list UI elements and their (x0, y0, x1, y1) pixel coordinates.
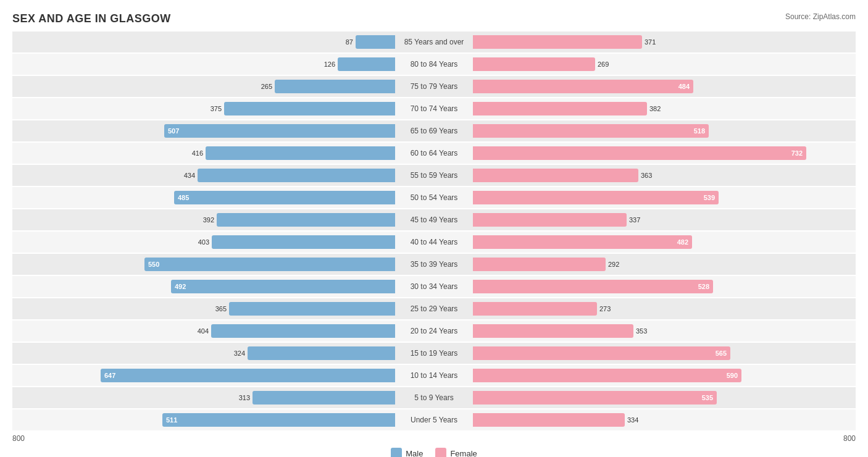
legend-row: Male Female (12, 448, 856, 457)
male-value-outside: 265 (261, 83, 272, 90)
female-bar: 269 (473, 57, 595, 71)
female-value-outside: 353 (636, 327, 647, 335)
female-value-outside: 334 (627, 416, 638, 424)
female-label: Female (450, 449, 477, 458)
male-bar: 507 (164, 124, 395, 138)
right-section: 334 (473, 409, 856, 430)
bar-row: 40340 to 44 Years482 (12, 232, 856, 253)
right-section: 732 (473, 143, 856, 164)
bar-row: 41660 to 64 Years732 (12, 143, 856, 164)
male-bar: 492 (171, 280, 395, 293)
male-bar: 126 (338, 57, 395, 71)
right-section: 269 (473, 54, 856, 75)
axis-left-value: 800 (12, 434, 25, 443)
bar-row: 49230 to 34 Years528 (12, 276, 856, 297)
male-bar: 416 (206, 146, 395, 160)
female-value-inside: 590 (727, 372, 738, 379)
age-label: 60 to 64 Years (395, 149, 473, 157)
female-value-outside: 371 (645, 38, 656, 46)
right-section: 292 (473, 254, 856, 275)
male-value-inside: 511 (166, 416, 177, 424)
bar-row: 511Under 5 Years334 (12, 409, 856, 430)
male-bar: 365 (229, 302, 395, 316)
right-section: 484 (473, 76, 856, 97)
female-swatch (435, 448, 446, 457)
right-section: 535 (473, 387, 856, 408)
right-section: 539 (473, 187, 856, 208)
male-value-inside: 647 (104, 372, 115, 379)
male-bar: 434 (198, 169, 395, 182)
female-value-outside: 382 (649, 105, 661, 112)
male-value-outside: 434 (184, 172, 195, 179)
left-section: 647 (12, 365, 395, 386)
right-section: 528 (473, 276, 856, 297)
female-value-outside: 273 (599, 305, 611, 312)
chart-title: SEX AND AGE IN GLASGOW (12, 12, 856, 25)
male-value-outside: 392 (203, 216, 214, 224)
left-section: 392 (12, 209, 395, 230)
male-bar: 375 (224, 102, 395, 115)
right-section: 565 (473, 343, 856, 364)
female-value-outside: 337 (629, 216, 640, 224)
male-bar: 511 (162, 413, 395, 427)
bar-row: 8785 Years and over371 (12, 31, 856, 52)
male-value-outside: 404 (198, 327, 209, 335)
axis-right: 800 (473, 434, 856, 443)
bar-row: 12680 to 84 Years269 (12, 54, 856, 75)
female-bar: 337 (473, 213, 627, 227)
left-section: 434 (12, 165, 395, 186)
age-label: 70 to 74 Years (395, 104, 473, 113)
age-label: 10 to 14 Years (395, 371, 473, 380)
bar-row: 36525 to 29 Years273 (12, 298, 856, 319)
age-label: 20 to 24 Years (395, 327, 473, 335)
left-section: 126 (12, 54, 395, 75)
female-value-inside: 528 (698, 283, 709, 290)
right-section: 337 (473, 209, 856, 230)
bar-row: 55035 to 39 Years292 (12, 254, 856, 275)
male-value-outside: 416 (192, 149, 203, 157)
bar-row: 37570 to 74 Years382 (12, 98, 856, 119)
left-section: 404 (12, 321, 395, 342)
male-value-outside: 87 (346, 38, 353, 46)
female-bar: 382 (473, 102, 647, 115)
age-label: 50 to 54 Years (395, 193, 473, 202)
age-label: 30 to 34 Years (395, 282, 473, 291)
female-bar: 535 (473, 391, 717, 405)
age-label: 35 to 39 Years (395, 260, 473, 269)
female-bar: 292 (473, 258, 606, 271)
male-value-inside: 492 (175, 283, 186, 290)
female-bar: 528 (473, 280, 713, 293)
bar-row: 39245 to 49 Years337 (12, 209, 856, 230)
female-bar: 482 (473, 235, 692, 249)
age-label: Under 5 Years (395, 416, 473, 424)
bar-row: 40420 to 24 Years353 (12, 321, 856, 342)
chart-area: 8785 Years and over37112680 to 84 Years2… (12, 31, 856, 430)
female-bar: 484 (473, 80, 693, 93)
female-value-inside: 482 (677, 238, 688, 246)
age-label: 80 to 84 Years (395, 60, 473, 69)
source-text: Source: ZipAtlas.com (785, 12, 856, 21)
age-label: 40 to 44 Years (395, 238, 473, 246)
male-value-inside: 507 (168, 127, 179, 135)
left-section: 87 (12, 31, 395, 52)
left-section: 324 (12, 343, 395, 364)
right-section: 590 (473, 365, 856, 386)
left-section: 416 (12, 143, 395, 164)
male-value-outside: 324 (234, 350, 245, 357)
right-section: 353 (473, 321, 856, 342)
male-value-outside: 375 (211, 105, 222, 112)
female-value-inside: 565 (716, 350, 727, 357)
female-bar: 371 (473, 35, 642, 49)
female-value-inside: 539 (704, 194, 715, 201)
age-label: 85 Years and over (395, 38, 473, 46)
male-bar: 485 (174, 191, 395, 204)
male-value-outside: 126 (324, 61, 335, 68)
male-value-outside: 313 (239, 394, 250, 401)
left-section: 485 (12, 187, 395, 208)
left-section: 511 (12, 409, 395, 430)
legend-female: Female (435, 448, 477, 457)
age-label: 65 to 69 Years (395, 127, 473, 135)
male-value-outside: 365 (215, 305, 227, 312)
male-bar: 87 (356, 35, 395, 49)
axis-right-value: 800 (843, 434, 856, 443)
